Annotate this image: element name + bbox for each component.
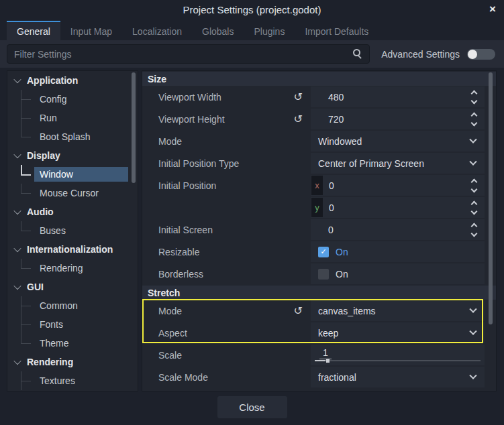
revert-icon[interactable]: ↺ bbox=[294, 306, 303, 316]
sidebar-item-display[interactable]: Display bbox=[7, 146, 138, 165]
filter-settings-input[interactable] bbox=[7, 44, 370, 64]
sidebar-item-internationalization[interactable]: Internationalization bbox=[7, 240, 138, 259]
spin-updown-icon[interactable] bbox=[472, 202, 476, 214]
sidebar-item-fonts[interactable]: Fonts bbox=[7, 315, 138, 334]
row-scale-mode: Scale Mode fractional bbox=[142, 366, 496, 388]
sidebar-item-application[interactable]: Application bbox=[7, 71, 138, 90]
settings-category-tree: Application Config Run Boot Splash Displ… bbox=[7, 70, 138, 391]
property-label-wrap: Resizable bbox=[142, 241, 311, 263]
property-editor: 720 bbox=[311, 108, 496, 130]
row-initial-screen: Initial Screen 0 bbox=[142, 219, 496, 241]
chevron-down-icon bbox=[469, 327, 476, 335]
checkbox-checked[interactable]: ✓ bbox=[318, 247, 329, 257]
property-label: Mode bbox=[158, 306, 182, 316]
spin-updown-icon[interactable] bbox=[472, 224, 476, 236]
window-close-icon[interactable]: × bbox=[487, 0, 499, 19]
revert-icon[interactable]: ↺ bbox=[294, 114, 303, 125]
sidebar-item-i18n-rendering[interactable]: Rendering bbox=[7, 259, 138, 278]
property-label: Viewport Width bbox=[158, 92, 221, 103]
stretch-mode-dropdown[interactable]: canvas_items bbox=[311, 300, 485, 321]
spin-updown-icon[interactable] bbox=[472, 91, 476, 103]
property-label: Initial Position Type bbox=[158, 158, 239, 169]
row-window-mode: Mode Windowed bbox=[142, 130, 496, 152]
close-button[interactable]: Close bbox=[217, 396, 287, 418]
viewport-height-spinbox[interactable]: 720 bbox=[311, 109, 485, 129]
advanced-settings-toggle[interactable] bbox=[467, 49, 495, 60]
viewport-width-spinbox[interactable]: 480 bbox=[311, 86, 485, 107]
slider-grabber[interactable] bbox=[326, 359, 330, 363]
sidebar-item-config[interactable]: Config bbox=[7, 90, 138, 109]
initial-position-type-dropdown[interactable]: Center of Primary Screen bbox=[311, 153, 485, 174]
settings-scrollbar[interactable] bbox=[489, 72, 493, 324]
tab-globals[interactable]: Globals bbox=[192, 21, 244, 40]
row-initial-position-type: Initial Position Type Center of Primary … bbox=[142, 152, 496, 174]
property-label: Viewport Height bbox=[158, 114, 225, 125]
row-viewport-height: Viewport Height ↺ 720 bbox=[142, 108, 496, 130]
tree-line bbox=[21, 127, 34, 146]
property-editor: x 0 bbox=[311, 174, 496, 196]
sidebar-item-buses[interactable]: Buses bbox=[7, 221, 138, 240]
property-label-wrap: Initial Position bbox=[142, 174, 311, 196]
tab-general[interactable]: General bbox=[7, 21, 60, 40]
spin-updown-icon[interactable] bbox=[472, 113, 476, 125]
initial-screen-spinbox[interactable]: 0 bbox=[311, 219, 485, 240]
sidebar-item-common[interactable]: Common bbox=[7, 296, 138, 315]
stretch-scale-slider[interactable]: 1 bbox=[311, 345, 485, 365]
sidebar-item-window[interactable]: Window bbox=[7, 165, 138, 184]
property-label: Aspect bbox=[158, 328, 187, 339]
property-editor: fractional bbox=[311, 366, 496, 388]
dropdown-value: Windowed bbox=[318, 136, 362, 147]
sidebar-item-audio[interactable]: Audio bbox=[7, 202, 138, 221]
main-area: Application Config Run Boot Splash Displ… bbox=[0, 68, 504, 393]
sidebar-item-rendering[interactable]: Rendering bbox=[7, 353, 138, 371]
chevron-down-icon bbox=[13, 76, 21, 83]
sidebar-item-boot-splash[interactable]: Boot Splash bbox=[7, 127, 138, 146]
sidebar-item-theme[interactable]: Theme bbox=[7, 334, 138, 353]
slider-value: 1 bbox=[319, 347, 332, 359]
property-editor: Center of Primary Screen bbox=[311, 152, 496, 174]
filter-input-wrap bbox=[7, 44, 370, 64]
property-label-wrap: Borderless bbox=[142, 263, 311, 285]
row-initial-position-x: Initial Position x 0 bbox=[142, 174, 496, 196]
spin-value: 0 bbox=[329, 202, 334, 213]
spin-value: 480 bbox=[328, 92, 344, 103]
search-icon bbox=[353, 49, 363, 59]
tab-plugins[interactable]: Plugins bbox=[244, 21, 295, 40]
sidebar-item-textures[interactable]: Textures bbox=[7, 371, 138, 390]
filter-bar: Advanced Settings bbox=[0, 40, 504, 68]
revert-icon[interactable]: ↺ bbox=[294, 92, 303, 103]
initial-position-y-spinbox[interactable]: y 0 bbox=[311, 197, 485, 218]
stretch-aspect-dropdown[interactable]: keep bbox=[311, 322, 485, 343]
window-mode-dropdown[interactable]: Windowed bbox=[311, 131, 485, 151]
row-viewport-width: Viewport Width ↺ 480 bbox=[142, 86, 496, 108]
scale-mode-dropdown[interactable]: fractional bbox=[311, 367, 485, 387]
checkbox-label: On bbox=[336, 269, 348, 280]
property-label: Initial Screen bbox=[158, 225, 213, 235]
checkbox-label: On bbox=[336, 247, 348, 257]
section-header-size: Size bbox=[142, 72, 496, 86]
tab-import-defaults[interactable]: Import Defaults bbox=[295, 21, 379, 40]
tab-localization[interactable]: Localization bbox=[122, 21, 192, 40]
tab-input-map[interactable]: Input Map bbox=[60, 21, 122, 40]
sidebar-item-gui[interactable]: GUI bbox=[7, 278, 138, 296]
chevron-down-icon bbox=[13, 357, 21, 365]
chevron-down-icon bbox=[469, 158, 476, 165]
sidebar-item-mouse-cursor[interactable]: Mouse Cursor bbox=[7, 184, 138, 202]
tree-line bbox=[21, 259, 34, 278]
initial-position-x-spinbox[interactable]: x 0 bbox=[311, 175, 485, 196]
sidebar-item-run[interactable]: Run bbox=[7, 109, 138, 127]
property-editor: canvas_items bbox=[311, 300, 496, 322]
property-label-wrap: Aspect bbox=[142, 322, 311, 344]
checkbox-unchecked[interactable] bbox=[318, 269, 329, 280]
property-editor: Windowed bbox=[311, 130, 496, 152]
property-editor: y 0 bbox=[311, 196, 496, 219]
row-resizable: Resizable ✓ On bbox=[142, 241, 496, 263]
chevron-down-icon bbox=[469, 305, 476, 312]
property-label-wrap: Initial Screen bbox=[142, 219, 311, 241]
spin-updown-icon[interactable] bbox=[472, 180, 476, 192]
axis-y-chip: y bbox=[311, 198, 323, 217]
window-title: Project Settings (project.godot) bbox=[183, 4, 321, 15]
slider-track[interactable] bbox=[315, 360, 481, 361]
property-label-wrap: Scale Mode bbox=[142, 366, 311, 388]
sidebar-scrollbar[interactable] bbox=[132, 72, 136, 183]
